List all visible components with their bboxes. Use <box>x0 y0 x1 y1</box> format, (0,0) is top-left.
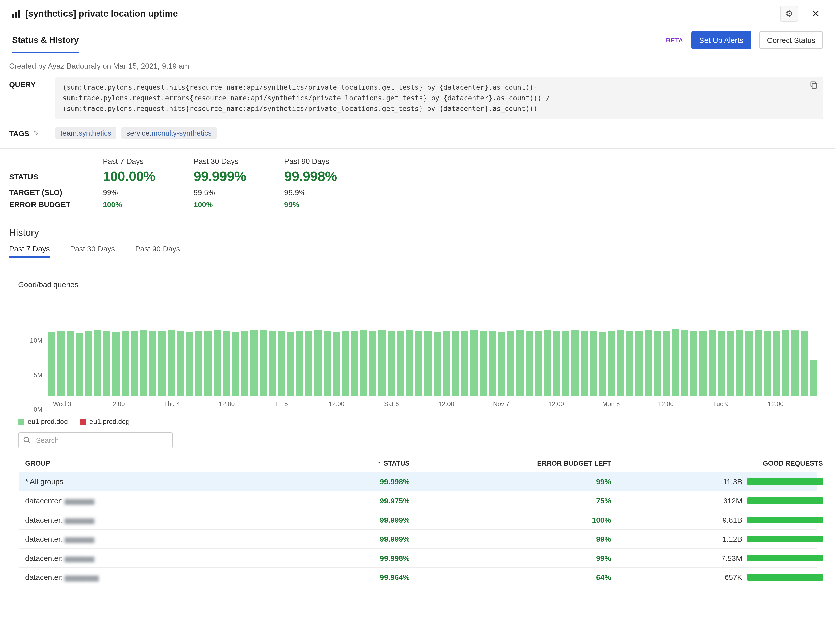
x-axis-tick: Fri 5 <box>275 401 288 408</box>
header-error-budget-left[interactable]: ERROR BUDGET LEFT <box>410 460 611 467</box>
cell-good-requests: 9.81B <box>611 516 823 524</box>
history-tab[interactable]: Past 7 Days <box>9 244 50 258</box>
set-up-alerts-button[interactable]: Set Up Alerts <box>691 31 751 49</box>
chart-bar <box>204 331 211 396</box>
chart-bar <box>113 332 120 396</box>
table-row[interactable]: datacenter:▇▇▇▇▇▇▇99.999%99%1.12B <box>19 530 817 549</box>
chart-bar <box>159 331 166 396</box>
target-value-30d: 99.5% <box>193 188 284 197</box>
chart-bar <box>580 331 588 396</box>
chart-bar <box>296 331 303 396</box>
chart-bar <box>351 331 358 396</box>
chart-bar <box>810 360 817 396</box>
table-row[interactable]: datacenter:▇▇▇▇▇▇▇99.999%100%9.81B <box>19 511 817 530</box>
cell-status: 99.998% <box>284 477 410 486</box>
chart-plot-area <box>49 325 817 396</box>
header-good-requests[interactable]: GOOD REQUESTS <box>611 460 823 467</box>
table-row[interactable]: datacenter:▇▇▇▇▇▇▇99.975%75%312M <box>19 491 817 511</box>
chart-bar <box>791 330 798 396</box>
chart-bar <box>424 331 432 396</box>
chart-bar <box>333 332 340 396</box>
chart-bar <box>167 330 175 396</box>
chart-bar <box>755 330 762 396</box>
cell-status: 99.975% <box>284 496 410 505</box>
chart-bar <box>323 331 331 396</box>
history-tab[interactable]: Past 30 Days <box>70 244 115 258</box>
x-axis-tick: Sat 6 <box>384 401 399 408</box>
chart-bar <box>498 332 505 396</box>
cell-group: * All groups <box>25 477 284 486</box>
tags-list: team:syntheticsservice:mcnulty-synthetic… <box>55 127 217 139</box>
chart-bar <box>709 330 716 396</box>
table-row[interactable]: * All groups99.998%99%11.3B <box>19 472 817 491</box>
x-axis-tick: 12:00 <box>548 401 564 408</box>
chart-bar <box>736 330 743 396</box>
query-section: QUERY (sum:trace.pylons.request.hits{res… <box>9 77 823 119</box>
tags-section: TAGS ✎ team:syntheticsservice:mcnulty-sy… <box>9 127 823 139</box>
edit-tags-icon[interactable]: ✎ <box>33 129 39 137</box>
chart-legend: eu1.prod.dog eu1.prod.dog <box>18 418 817 425</box>
header-group[interactable]: GROUP <box>25 460 284 467</box>
x-axis-tick: 12:00 <box>328 401 344 408</box>
cell-good-requests: 312M <box>611 496 823 505</box>
good-requests-bar <box>747 517 823 523</box>
cell-error-budget-left: 99% <box>410 554 611 563</box>
table-row[interactable]: datacenter:▇▇▇▇▇▇▇99.998%99%7.53M <box>19 549 817 568</box>
chart-bar <box>516 330 523 396</box>
panel-header: [synthetics] private location uptime ⚙ ✕ <box>0 0 835 27</box>
chart-bar <box>608 331 615 396</box>
close-button[interactable]: ✕ <box>808 8 823 19</box>
query-line: (sum:trace.pylons.request.hits{resource_… <box>62 82 801 93</box>
tag-pill[interactable]: team:synthetics <box>55 127 116 139</box>
status-value-30d: 99.999% <box>193 169 284 184</box>
error-budget-row-label: ERROR BUDGET <box>9 200 103 209</box>
chart-bar <box>94 330 101 396</box>
search-input[interactable] <box>18 433 173 449</box>
chart-bar <box>534 331 542 396</box>
legend-item-good[interactable]: eu1.prod.dog <box>18 418 68 425</box>
chart-bar <box>177 331 184 396</box>
chart-bar <box>57 331 65 396</box>
tags-label: TAGS <box>9 129 29 137</box>
cell-error-budget-left: 64% <box>410 573 611 582</box>
header-status[interactable]: ↑STATUS <box>284 460 410 467</box>
chart-bar <box>259 330 266 396</box>
cell-good-requests: 1.12B <box>611 535 823 543</box>
period-header: Past 30 Days <box>193 157 284 165</box>
history-tab[interactable]: Past 90 Days <box>135 244 180 258</box>
cell-group: datacenter:▇▇▇▇▇▇▇ <box>25 496 284 505</box>
chart-bar <box>149 331 156 396</box>
y-axis-tick: 10M <box>18 337 42 344</box>
chart-title: Good/bad queries <box>18 280 817 289</box>
tab-bar: Status & History BETA Set Up Alerts Corr… <box>0 27 835 54</box>
good-bad-queries-chart: 10M 5M 0M Wed 312:00Thu 412:00Fri 512:00… <box>18 325 817 410</box>
x-axis-tick: Wed 3 <box>53 401 71 408</box>
chart-bar <box>599 332 606 396</box>
copy-query-button[interactable] <box>810 81 818 91</box>
x-axis-tick: 12:00 <box>658 401 674 408</box>
status-row-label: STATUS <box>9 172 103 181</box>
chart-bar <box>681 330 688 396</box>
x-axis-tick: 12:00 <box>768 401 784 408</box>
tag-pill[interactable]: service:mcnulty-synthetics <box>122 127 217 139</box>
settings-button[interactable]: ⚙ <box>780 5 798 22</box>
legend-label: eu1.prod.dog <box>89 418 130 425</box>
query-code-block: (sum:trace.pylons.request.hits{resource_… <box>55 77 823 119</box>
chart-bar <box>278 331 285 396</box>
chart-bar <box>718 331 725 396</box>
chart-bar <box>76 333 83 396</box>
chart-bar <box>195 331 202 396</box>
good-requests-bar <box>747 478 823 485</box>
cell-group: datacenter:▇▇▇▇▇▇▇ <box>25 554 284 563</box>
table-row[interactable]: datacenter:▇▇▇▇▇▇▇▇99.964%64%657K <box>19 568 817 587</box>
tab-status-history[interactable]: Status & History <box>12 27 79 53</box>
x-axis-tick: 12:00 <box>439 401 454 408</box>
group-search <box>18 433 173 449</box>
chart-bar <box>122 331 129 396</box>
cell-status: 99.999% <box>284 535 410 543</box>
period-header: Past 7 Days <box>103 157 193 165</box>
correct-status-button[interactable]: Correct Status <box>759 31 823 49</box>
chart-card: Good/bad queries 10M 5M 0M Wed 312:00Thu… <box>0 280 835 425</box>
chart-bar <box>461 331 468 396</box>
legend-item-bad[interactable]: eu1.prod.dog <box>80 418 130 425</box>
